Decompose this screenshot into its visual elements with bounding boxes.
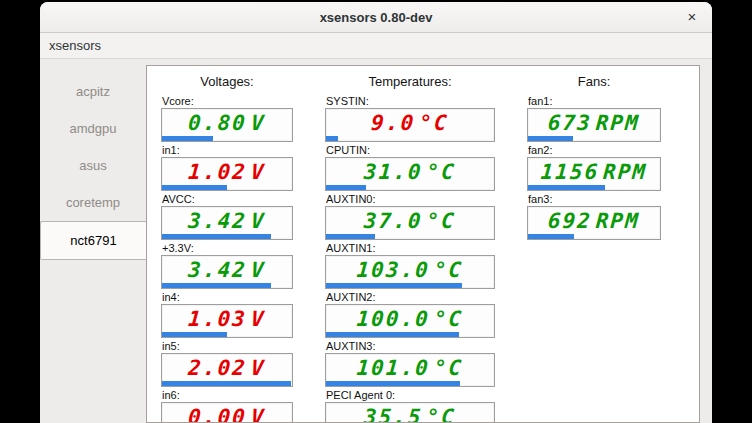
column-cells: SYSTIN: 9.0°C CPUTIN: 31.0°C AUXTIN0: 37…	[325, 95, 495, 423]
sensor-unit: V	[250, 111, 266, 135]
column-header: Temperatures:	[325, 74, 495, 91]
column-cells: Vcore: 0.80V in1: 1.02V AVCC: 3.42V	[161, 95, 293, 423]
sidebar-tab-asus[interactable]: asus	[40, 147, 146, 184]
sensor-display: 3.42V	[161, 255, 293, 289]
sensor-unit: RPM	[602, 160, 648, 184]
sensor-display: 35.5°C	[325, 402, 495, 423]
sensor-cell-in5: in5: 2.02V	[161, 340, 293, 387]
sensor-scroll-area[interactable]: Voltages: Vcore: 0.80V in1: 1.02V AVCC: …	[146, 65, 700, 423]
sensor-bar-fill	[326, 332, 459, 337]
column-header: Voltages:	[161, 74, 293, 91]
sensor-bar-fill	[162, 234, 271, 239]
sensor-value: 1.03	[188, 307, 248, 331]
sensor-bar-track	[326, 136, 494, 141]
sensor-bar-fill	[162, 332, 227, 337]
sensor-value: 37.0	[363, 209, 423, 233]
sensor-cell-fan1: fan1: 673RPM	[527, 95, 661, 142]
sensor-display: 2.02V	[161, 353, 293, 387]
sensor-bar-track	[326, 332, 494, 337]
sensor-unit: RPM	[595, 111, 641, 135]
sensor-bar-track	[162, 332, 292, 337]
sensor-reading: 100.0°C	[325, 305, 495, 332]
sensor-display: 37.0°C	[325, 206, 495, 240]
sensor-value: 0.00	[188, 405, 248, 423]
sensor-chip-tabs: acpitz amdgpu asus coretemp nct6791	[40, 65, 146, 423]
sensor-label: PECI Agent 0:	[325, 389, 495, 402]
sensor-display: 1.03V	[161, 304, 293, 338]
sensor-display: 673RPM	[527, 108, 661, 142]
sidebar-tab-label: amdgpu	[70, 121, 117, 136]
sensor-bar-fill	[326, 136, 338, 141]
sensor-display: 9.0°C	[325, 108, 495, 142]
sensor-cell-vcore: Vcore: 0.80V	[161, 95, 293, 142]
sensor-bar-track	[326, 283, 494, 288]
sidebar-tab-coretemp[interactable]: coretemp	[40, 184, 146, 221]
sensor-value: 2.02	[188, 356, 248, 380]
close-icon[interactable]: ×	[680, 2, 704, 32]
sensor-unit: V	[250, 209, 266, 233]
sensor-cell-in1: in1: 1.02V	[161, 144, 293, 191]
sensor-bar-track	[162, 381, 292, 386]
sensor-display: 31.0°C	[325, 157, 495, 191]
sensor-label: in5:	[161, 340, 293, 353]
sensor-column: Fans: fan1: 673RPM fan2: 1156RPM fan3: 6…	[527, 74, 661, 423]
sensor-cell-cputin: CPUTIN: 31.0°C	[325, 144, 495, 191]
sidebar-tab-nct6791[interactable]: nct6791	[40, 221, 146, 260]
window-content: acpitz amdgpu asus coretemp nct6791 Volt…	[40, 59, 712, 423]
sensor-reading: 9.0°C	[325, 109, 495, 136]
sensor-cell-in4: in4: 1.03V	[161, 291, 293, 338]
sensor-unit: °C	[433, 356, 464, 380]
sensor-unit: V	[250, 356, 266, 380]
sensor-label: Vcore:	[161, 95, 293, 108]
titlebar[interactable]: xsensors 0.80-dev ×	[40, 2, 712, 33]
sensor-reading: 31.0°C	[325, 158, 495, 185]
sensor-unit: V	[250, 405, 266, 423]
sensor-bar-fill	[326, 283, 462, 288]
sensor-unit: °C	[426, 405, 457, 423]
sensor-unit: °C	[426, 160, 457, 184]
sensor-bar-track	[162, 283, 292, 288]
sensor-value: 103.0	[356, 258, 431, 282]
sensor-reading: 673RPM	[527, 109, 661, 136]
sensor-bar-fill	[528, 234, 574, 239]
sensor-reading: 1.03V	[161, 305, 293, 332]
sensor-value: 100.0	[356, 307, 431, 331]
sensor-value: 3.42	[188, 258, 248, 282]
column-cells: fan1: 673RPM fan2: 1156RPM fan3: 692RPM	[527, 95, 661, 240]
sensor-label: fan3:	[527, 193, 661, 206]
sensor-label: fan2:	[527, 144, 661, 157]
xsensors-window: xsensors 0.80-dev × xsensors acpitz amdg…	[40, 2, 712, 423]
sensor-label: fan1:	[527, 95, 661, 108]
menu-xsensors[interactable]: xsensors	[40, 38, 110, 53]
sensor-unit: °C	[433, 258, 464, 282]
sensor-bar-track	[528, 185, 660, 190]
sensor-bar-track	[326, 185, 494, 190]
sensor-bar-track	[162, 234, 292, 239]
sensor-value: 31.0	[363, 160, 423, 184]
sensor-display: 103.0°C	[325, 255, 495, 289]
sensor-unit: RPM	[595, 209, 641, 233]
sensor-reading: 1156RPM	[527, 158, 661, 185]
sensor-bar-fill	[326, 381, 460, 386]
window-title: xsensors 0.80-dev	[320, 10, 433, 25]
sidebar-tab-amdgpu[interactable]: amdgpu	[40, 110, 146, 147]
sensor-reading: 103.0°C	[325, 256, 495, 283]
sensor-reading: 692RPM	[527, 207, 661, 234]
sensor-reading: 35.5°C	[325, 403, 495, 423]
sensor-cell-auxtin0: AUXTIN0: 37.0°C	[325, 193, 495, 240]
sensor-reading: 2.02V	[161, 354, 293, 381]
sensor-bar-fill	[162, 283, 271, 288]
sensor-display: 1156RPM	[527, 157, 661, 191]
sensor-value: 101.0	[356, 356, 431, 380]
sensor-columns: Voltages: Vcore: 0.80V in1: 1.02V AVCC: …	[147, 66, 699, 423]
column-header: Fans:	[527, 74, 661, 91]
sensor-unit: °C	[418, 111, 449, 135]
sidebar-tab-acpitz[interactable]: acpitz	[40, 73, 146, 110]
sidebar-tab-label: coretemp	[66, 195, 120, 210]
sensor-cell-fan2: fan2: 1156RPM	[527, 144, 661, 191]
sensor-label: +3.3V:	[161, 242, 293, 255]
sensor-bar-fill	[162, 185, 227, 190]
sensor-display: 100.0°C	[325, 304, 495, 338]
sensor-cell-auxtin1: AUXTIN1: 103.0°C	[325, 242, 495, 289]
sensor-column: Voltages: Vcore: 0.80V in1: 1.02V AVCC: …	[161, 74, 293, 423]
